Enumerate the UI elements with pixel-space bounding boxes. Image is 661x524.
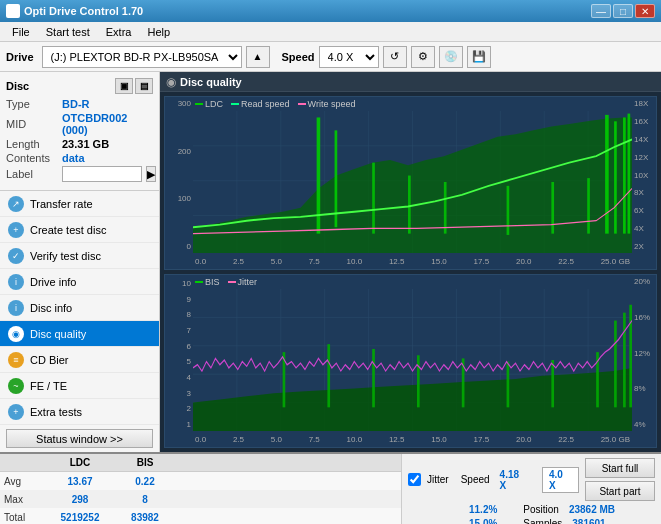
- nav-cd-bier[interactable]: ≡ CD Bier: [0, 347, 159, 373]
- bottom-chart-legend: BIS Jitter: [195, 277, 257, 287]
- stats-right-panel: Jitter Speed 4.18 X 4.0 X Start full Sta…: [401, 454, 661, 524]
- nav-disc-quality[interactable]: ◉ Disc quality: [0, 321, 159, 347]
- svg-rect-17: [444, 182, 447, 234]
- jitter-checkbox[interactable]: [408, 473, 421, 486]
- nav-drive-info[interactable]: i Drive info: [0, 269, 159, 295]
- top-chart-legend: LDC Read speed Write speed: [195, 99, 355, 109]
- chart-title: Disc quality: [180, 76, 242, 88]
- transfer-rate-icon: ↗: [8, 196, 24, 212]
- nav-create-test-disc-label: Create test disc: [30, 224, 106, 236]
- chart-header-icon: ◉: [166, 75, 176, 89]
- label-go-button[interactable]: ▶: [146, 166, 156, 182]
- close-button[interactable]: ✕: [635, 4, 655, 18]
- avg-ldc: 13.67: [45, 476, 115, 487]
- disc-button[interactable]: 💿: [439, 46, 463, 68]
- eject-button[interactable]: ▲: [246, 46, 270, 68]
- stats-table: LDC BIS Avg 13.67 0.22 Max 298 8 Total 5…: [0, 454, 401, 524]
- nav-fe-te[interactable]: ~ FE / TE: [0, 373, 159, 399]
- bottom-chart-y-left: 10 9 8 7 6 5 4 3 2 1: [165, 275, 193, 431]
- stats-total-row: Total 5219252 83982: [0, 508, 401, 524]
- fe-te-icon: ~: [8, 378, 24, 394]
- nav-cd-bier-label: CD Bier: [30, 354, 69, 366]
- length-label: Length: [6, 138, 58, 150]
- svg-rect-20: [587, 178, 590, 234]
- nav-transfer-rate[interactable]: ↗ Transfer rate: [0, 191, 159, 217]
- speed-select-display[interactable]: 4.0 X: [542, 467, 579, 493]
- menu-start-test[interactable]: Start test: [38, 24, 98, 40]
- bottom-chart-y-right: 20% 16% 12% 8% 4%: [632, 275, 656, 431]
- max-ldc: 298: [45, 494, 115, 505]
- length-value: 23.31 GB: [62, 138, 109, 150]
- samples-value: 381601: [572, 518, 605, 524]
- ldc-dot: [195, 103, 203, 105]
- disc-info-icon: i: [8, 300, 24, 316]
- start-part-button[interactable]: Start part: [585, 481, 655, 501]
- cd-bier-icon: ≡: [8, 352, 24, 368]
- nav-fe-te-label: FE / TE: [30, 380, 67, 392]
- top-chart-plot: [193, 111, 632, 253]
- refresh-button[interactable]: ↺: [383, 46, 407, 68]
- read-speed-dot: [231, 103, 239, 105]
- nav-drive-info-label: Drive info: [30, 276, 76, 288]
- drive-label: Drive: [6, 51, 34, 63]
- jitter-label: Jitter: [427, 474, 449, 485]
- charts-area: LDC Read speed Write speed 300 200 100: [160, 92, 661, 452]
- action-buttons: Start full Start part: [585, 458, 655, 501]
- total-bis: 83982: [115, 512, 175, 523]
- maximize-button[interactable]: □: [613, 4, 633, 18]
- bis-dot: [195, 281, 203, 283]
- top-chart-y-right: 18X 16X 14X 12X 10X 8X 6X 4X 2X: [632, 97, 656, 253]
- disc-btn-1[interactable]: ▣: [115, 78, 133, 94]
- avg-label: Avg: [0, 476, 45, 487]
- nav-verify-test-disc-label: Verify test disc: [30, 250, 101, 262]
- minimize-button[interactable]: —: [591, 4, 611, 18]
- sidebar-nav: ↗ Transfer rate + Create test disc ✓ Ver…: [0, 191, 159, 425]
- stats-header: LDC BIS: [0, 454, 401, 472]
- nav-extra-tests[interactable]: + Extra tests: [0, 399, 159, 425]
- menu-file[interactable]: File: [4, 24, 38, 40]
- status-window-button[interactable]: Status window >>: [6, 429, 153, 448]
- menu-help[interactable]: Help: [139, 24, 178, 40]
- svg-rect-47: [614, 321, 617, 408]
- jitter-max-row: 15.0% Samples 381601: [408, 518, 655, 524]
- bottom-chart-svg: [193, 289, 632, 431]
- speed-select[interactable]: 4.0 X: [319, 46, 379, 68]
- app-title: Opti Drive Control 1.70: [24, 5, 143, 17]
- svg-rect-44: [507, 362, 510, 408]
- write-speed-dot: [298, 103, 306, 105]
- mid-label: MID: [6, 118, 58, 130]
- label-input[interactable]: [62, 166, 142, 182]
- jitter-dot: [228, 281, 236, 283]
- settings-button[interactable]: ⚙: [411, 46, 435, 68]
- total-label: Total: [0, 512, 45, 523]
- bottom-section: LDC BIS Avg 13.67 0.22 Max 298 8 Total 5…: [0, 452, 661, 524]
- disc-btn-2[interactable]: ▤: [135, 78, 153, 94]
- stats-max-row: Max 298 8: [0, 490, 401, 508]
- nav-create-test-disc[interactable]: + Create test disc: [0, 217, 159, 243]
- start-full-button[interactable]: Start full: [585, 458, 655, 478]
- nav-verify-test-disc[interactable]: ✓ Verify test disc: [0, 243, 159, 269]
- menu-extra[interactable]: Extra: [98, 24, 140, 40]
- svg-rect-15: [372, 163, 375, 234]
- mid-value: OTCBDR002 (000): [62, 112, 153, 136]
- drive-select[interactable]: (J:) PLEXTOR BD-R PX-LB950SA 1.06: [42, 46, 242, 68]
- nav-disc-info[interactable]: i Disc info: [0, 295, 159, 321]
- create-disc-icon: +: [8, 222, 24, 238]
- svg-rect-18: [507, 186, 510, 235]
- jitter-avg-value: 11.2%: [469, 504, 497, 515]
- avg-bis: 0.22: [115, 476, 175, 487]
- right-panel: ◉ Disc quality LDC Read speed: [160, 72, 661, 452]
- legend-jitter: Jitter: [228, 277, 258, 287]
- contents-value: data: [62, 152, 85, 164]
- legend-write-speed: Write speed: [298, 99, 356, 109]
- svg-rect-19: [551, 182, 554, 234]
- position-value: 23862 MB: [569, 504, 615, 515]
- svg-rect-42: [417, 355, 420, 407]
- save-button[interactable]: 💾: [467, 46, 491, 68]
- svg-rect-24: [628, 114, 631, 234]
- label-label: Label: [6, 168, 58, 180]
- toolbar: Drive (J:) PLEXTOR BD-R PX-LB950SA 1.06 …: [0, 42, 661, 72]
- verify-disc-icon: ✓: [8, 248, 24, 264]
- jitter-avg-row: 11.2% Position 23862 MB: [408, 504, 655, 515]
- svg-rect-45: [551, 360, 554, 407]
